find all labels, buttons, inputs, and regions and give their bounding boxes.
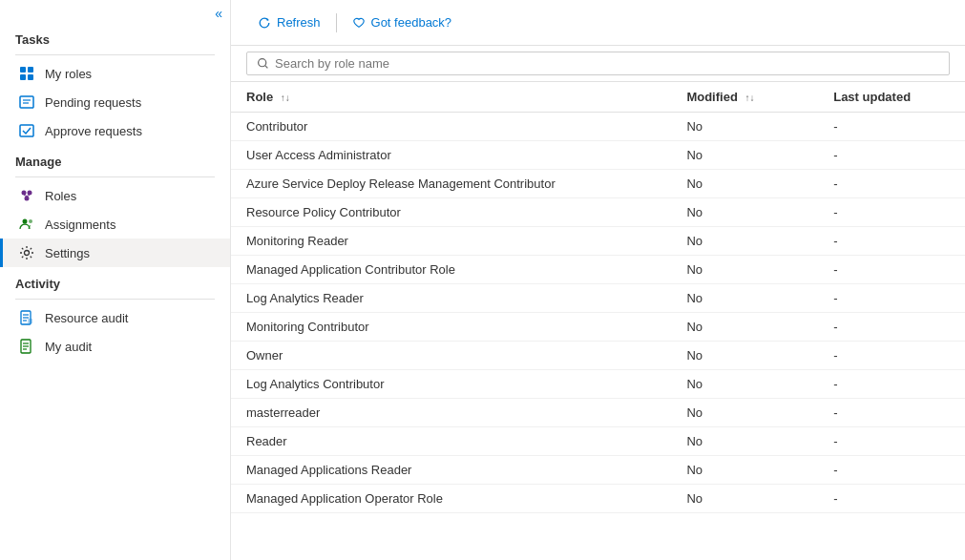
table-row[interactable]: masterreaderNo- [231,399,965,427]
svg-point-14 [29,219,32,223]
cell-role: Log Analytics Reader [231,284,671,313]
sidebar-item-approve-requests[interactable]: Approve requests [0,116,230,145]
cell-last-updated: - [818,313,965,342]
table-row[interactable]: Log Analytics ContributorNo- [231,370,965,399]
table-row[interactable]: User Access AdministratorNo- [231,141,965,170]
svg-point-15 [25,251,30,256]
collapse-button[interactable]: « [0,0,230,23]
cell-modified: No [671,256,818,284]
sidebar-item-label: Resource audit [45,311,128,325]
sidebar: « Tasks My roles Pending requests [0,0,231,560]
svg-point-13 [23,219,28,224]
cell-modified: No [671,399,818,427]
main-content: Refresh Got feedback? Role ↑↓ [231,0,965,560]
svg-rect-4 [20,96,33,108]
sidebar-item-resource-audit[interactable]: Resource audit [0,303,230,332]
cell-modified: No [671,113,818,141]
svg-rect-20 [28,319,32,323]
table-row[interactable]: Azure Service Deploy Release Management … [231,170,965,198]
table-row[interactable]: Log Analytics ReaderNo- [231,284,965,313]
modified-sort-icon: ↑↓ [745,93,754,103]
settings-icon [18,244,35,261]
cell-role: Log Analytics Contributor [231,370,671,399]
cell-role: Azure Service Deploy Release Management … [231,170,671,198]
table-row[interactable]: ContributorNo- [231,113,965,141]
refresh-button[interactable]: Refresh [246,10,332,35]
cell-last-updated: - [818,256,965,284]
svg-rect-2 [20,74,26,80]
search-input-wrap[interactable] [246,52,950,75]
svg-point-10 [25,197,30,201]
table-row[interactable]: OwnerNo- [231,342,965,370]
cell-modified: No [671,313,818,342]
table-row[interactable]: Managed Application Contributor RoleNo- [231,256,965,284]
table-row[interactable]: Resource Policy ContributorNo- [231,198,965,227]
sidebar-item-settings[interactable]: Settings [0,239,230,267]
my-audit-icon [18,338,35,355]
collapse-icon: « [215,6,222,21]
cell-role: Managed Applications Reader [231,456,671,485]
cell-last-updated: - [818,227,965,256]
col-header-role[interactable]: Role ↑↓ [231,82,671,113]
table-row[interactable]: Monitoring ReaderNo- [231,227,965,256]
cell-last-updated: - [818,284,965,313]
svg-point-8 [22,191,27,196]
cell-modified: No [671,170,818,198]
table-row[interactable]: Managed Application Operator RoleNo- [231,485,965,513]
table-header-row: Role ↑↓ Modified ↑↓ Last updated [231,82,965,113]
cell-role: Monitoring Reader [231,227,671,256]
col-header-last-updated: Last updated [818,82,965,113]
sidebar-item-pending-requests[interactable]: Pending requests [0,88,230,116]
cell-role: masterreader [231,399,671,427]
search-bar [231,46,965,82]
sidebar-item-my-roles[interactable]: My roles [0,59,230,88]
cell-last-updated: - [818,141,965,170]
svg-line-12 [27,196,30,197]
cell-role: Contributor [231,113,671,141]
cell-role: Managed Application Contributor Role [231,256,671,284]
my-roles-icon [18,65,35,82]
sidebar-item-assignments[interactable]: Assignments [0,210,230,239]
cell-role: Owner [231,342,671,370]
heart-icon [352,16,366,30]
cell-last-updated: - [818,170,965,198]
manage-section-label: Manage [0,145,230,173]
table-row[interactable]: ReaderNo- [231,427,965,456]
cell-last-updated: - [818,456,965,485]
sidebar-item-label: Approve requests [45,124,142,138]
cell-modified: No [671,370,818,399]
table-row[interactable]: Managed Applications ReaderNo- [231,456,965,485]
cell-modified: No [671,456,818,485]
cell-last-updated: - [818,485,965,513]
table-row[interactable]: Monitoring ContributorNo- [231,313,965,342]
cell-role: Resource Policy Contributor [231,198,671,227]
cell-modified: No [671,227,818,256]
manage-divider [15,176,215,177]
cell-role: Monitoring Contributor [231,313,671,342]
svg-point-25 [259,59,266,67]
cell-last-updated: - [818,399,965,427]
svg-line-26 [265,66,267,68]
feedback-button[interactable]: Got feedback? [341,10,464,35]
role-sort-icon: ↑↓ [281,93,290,103]
search-input[interactable] [275,56,939,71]
sidebar-item-roles[interactable]: Roles [0,181,230,210]
sidebar-item-label: Pending requests [45,95,141,110]
svg-rect-0 [20,67,26,73]
svg-line-11 [24,196,27,197]
cell-modified: No [671,485,818,513]
cell-last-updated: - [818,427,965,456]
svg-point-9 [28,191,32,196]
svg-rect-1 [28,67,33,73]
toolbar: Refresh Got feedback? [231,0,965,46]
cell-role: Reader [231,427,671,456]
sidebar-item-my-audit[interactable]: My audit [0,332,230,361]
cell-modified: No [671,198,818,227]
refresh-icon [258,16,271,30]
col-header-modified[interactable]: Modified ↑↓ [671,82,818,113]
activity-divider [15,299,215,300]
svg-rect-3 [28,74,33,80]
pending-requests-icon [18,93,35,111]
cell-last-updated: - [818,370,965,399]
approve-requests-icon [18,122,35,139]
